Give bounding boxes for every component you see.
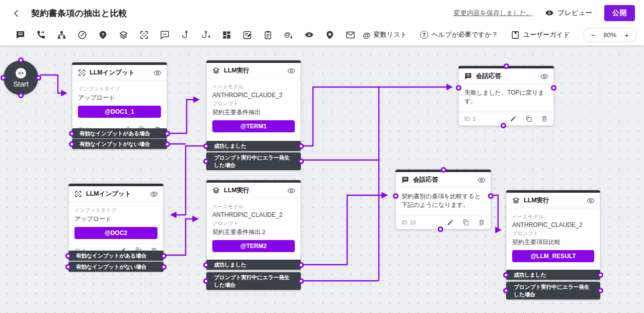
- help-button[interactable]: ? ヘルプが必要ですか？: [420, 30, 498, 39]
- connection-port[interactable]: [36, 75, 41, 81]
- condition-tag-error-2[interactable]: プロンプト実行中にエラー発生した場合: [206, 272, 301, 290]
- connection-port[interactable]: [441, 167, 446, 173]
- edit-icon[interactable]: [510, 115, 517, 122]
- preview-button[interactable]: プレビュー: [545, 9, 592, 18]
- connection-port[interactable]: [203, 262, 209, 268]
- phone-forward-icon[interactable]: [36, 30, 46, 40]
- connection-port[interactable]: [298, 278, 304, 284]
- connection-port[interactable]: [488, 193, 494, 199]
- connection-port[interactable]: [69, 141, 74, 147]
- duplicate-icon[interactable]: [525, 115, 532, 122]
- node-llm-exec-3[interactable]: LLM実行 ベースモデル ANTHROPIC_CLAUDE_2 プロンプト 契約…: [506, 190, 600, 281]
- variable-chip[interactable]: @DOC1_1: [78, 106, 161, 118]
- publish-button[interactable]: 公開: [604, 5, 635, 21]
- edit-icon[interactable]: [447, 219, 454, 226]
- eye-icon[interactable]: [304, 30, 314, 40]
- connection-port[interactable]: [298, 262, 304, 268]
- connection-port[interactable]: [598, 288, 603, 293]
- connection-port[interactable]: [298, 159, 304, 164]
- clipboard-icon[interactable]: [263, 30, 273, 40]
- zoom-out-button[interactable]: −: [591, 31, 595, 39]
- connection-port[interactable]: [161, 253, 167, 259]
- help-pin-icon[interactable]: [98, 30, 108, 40]
- node-chat-response-1[interactable]: 会話応答 失敗しました。TOPに戻ります。 ID: 3: [458, 66, 554, 126]
- book-icon: [511, 31, 520, 39]
- condition-tag-has-input-1[interactable]: 有効なインプットがある場合: [72, 128, 167, 138]
- node-llm-input-1[interactable]: LLMインプット インプットタイプ アップロード @DOC1_1 ID: 0: [72, 62, 167, 136]
- connection-port[interactable]: [438, 226, 443, 232]
- connection-port[interactable]: [65, 253, 71, 259]
- save-status-link[interactable]: 変更内容を保存しました。: [454, 9, 533, 18]
- visibility-icon[interactable]: [287, 67, 295, 75]
- connection-port[interactable]: [65, 264, 71, 270]
- variable-chip[interactable]: @DOC2: [74, 227, 157, 239]
- condition-tag-no-input-2[interactable]: 有効なインプットがない場合: [68, 262, 164, 272]
- connection-port[interactable]: [503, 272, 509, 278]
- connection-port[interactable]: [504, 63, 509, 69]
- mail-icon[interactable]: [345, 30, 356, 40]
- condition-tag-no-input-1[interactable]: 有効なインプットがない場合: [72, 139, 167, 149]
- condition-tag-success-3[interactable]: 成功しました: [506, 270, 600, 280]
- scan-select-icon[interactable]: [139, 30, 149, 40]
- condition-tag-error-1[interactable]: プロンプト実行中にエラー発生した場合: [206, 152, 301, 170]
- connection-port[interactable]: [69, 131, 74, 136]
- layers-icon[interactable]: [118, 30, 129, 40]
- visibility-icon[interactable]: [587, 197, 595, 205]
- visibility-icon[interactable]: [150, 190, 158, 198]
- hook-plus-icon[interactable]: [201, 30, 211, 40]
- connection-port[interactable]: [203, 159, 209, 164]
- condition-tag-has-input-2[interactable]: 有効なインプットがある場合: [68, 251, 164, 261]
- variable-list-button[interactable]: @ 変数リスト: [363, 30, 407, 39]
- variable-chip[interactable]: @TERM1: [212, 120, 295, 132]
- connection-port[interactable]: [18, 93, 24, 98]
- visibility-icon[interactable]: [540, 72, 548, 81]
- sitemap-icon[interactable]: [56, 30, 67, 40]
- page-title: 契約書条項の抽出と比較: [31, 8, 127, 19]
- visibility-icon[interactable]: [153, 69, 162, 77]
- zoom-in-button[interactable]: +: [624, 31, 629, 39]
- variable-chip[interactable]: @TERM2: [212, 240, 295, 252]
- variable-chip[interactable]: @LLM_RESULT: [512, 250, 594, 262]
- layers-icon: [212, 67, 220, 74]
- start-node[interactable]: Start: [4, 60, 38, 95]
- pin-star-icon[interactable]: [325, 30, 335, 40]
- visibility-icon[interactable]: [287, 187, 295, 195]
- connection-port[interactable]: [501, 123, 506, 128]
- dashboard-icon[interactable]: [221, 30, 232, 40]
- at-download-icon[interactable]: [283, 30, 294, 40]
- condition-tag-success-2[interactable]: 成功しました: [206, 260, 301, 270]
- connection-port[interactable]: [456, 85, 461, 91]
- gauge-icon[interactable]: [77, 30, 88, 40]
- start-icon: [16, 68, 26, 79]
- node-chat-response-2[interactable]: 会話応答 契約書別の条項を比較すると下記のようになります。 ID: 10: [395, 170, 491, 229]
- connection-port[interactable]: [1, 75, 6, 81]
- hook-icon[interactable]: [180, 30, 191, 40]
- comment-minus-icon[interactable]: [159, 30, 170, 40]
- delete-icon[interactable]: [478, 219, 485, 226]
- node-llm-exec-1[interactable]: LLM実行 ベースモデル ANTHROPIC_CLAUDE_2 プロンプト 契約…: [206, 60, 301, 151]
- connection-port[interactable]: [203, 143, 209, 149]
- connection-port[interactable]: [551, 85, 556, 91]
- connection-port[interactable]: [598, 272, 603, 278]
- connection-port[interactable]: [503, 288, 509, 293]
- condition-tag-error-3[interactable]: プロンプト実行中にエラー発生した場合: [506, 282, 600, 299]
- chat-message-icon[interactable]: [15, 30, 26, 40]
- visibility-icon[interactable]: [477, 176, 486, 184]
- connection-port[interactable]: [203, 278, 209, 284]
- back-button[interactable]: [9, 6, 23, 20]
- connection-port[interactable]: [393, 193, 398, 199]
- connection-port[interactable]: [298, 143, 304, 149]
- condition-tag-success-1[interactable]: 成功しました: [206, 141, 301, 151]
- connection-port[interactable]: [165, 131, 170, 136]
- connection-port[interactable]: [165, 141, 170, 147]
- node-llm-input-2[interactable]: LLMインプット インプットタイプ アップロード @DOC2 ID: 1: [68, 184, 164, 258]
- delete-icon[interactable]: [541, 115, 548, 122]
- chat-bubble-icon: [464, 72, 472, 80]
- duplicate-icon[interactable]: [462, 219, 469, 226]
- connection-port[interactable]: [161, 264, 167, 270]
- user-guide-button[interactable]: ユーザーガイド: [511, 30, 570, 39]
- note-edit-icon[interactable]: [242, 30, 253, 40]
- flow-canvas[interactable]: Start LLMインプット インプットタイプ アップロード @DOC1_1 I…: [0, 45, 644, 313]
- node-llm-exec-2[interactable]: LLM実行 ベースモデル ANTHROPIC_CLAUDE_2 プロンプト 契約…: [206, 180, 301, 271]
- connection-port[interactable]: [18, 57, 24, 63]
